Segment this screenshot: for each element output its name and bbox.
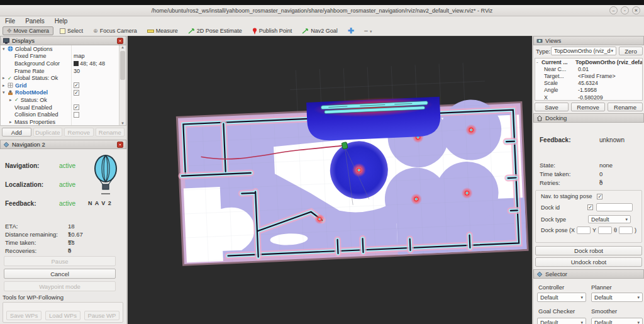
tree-row-visual-enabled[interactable]: Visual Enabled ✓ [1, 104, 126, 111]
window-titlebar[interactable]: /home/ubuntu/ros2_ws/install/yahboom_ros… [0, 5, 644, 16]
views-value[interactable]: <Fixed Frame> [578, 73, 616, 79]
maximize-icon[interactable]: ▫ [621, 6, 629, 14]
displays-scrollbar[interactable] [119, 45, 126, 125]
collapse-icon[interactable]: - [536, 59, 541, 65]
views-row-angle[interactable]: Angle -1.5958 [535, 87, 642, 94]
views-panel-header[interactable]: Views [533, 36, 644, 45]
add-tool-button[interactable]: ✚ [344, 26, 358, 35]
tree-value[interactable]: 30 [74, 68, 80, 74]
views-tree[interactable]: - Current ... TopDownOrtho (rviz_defaul … [535, 58, 643, 101]
waypoint-mode-button[interactable]: Waypoint mode [4, 281, 116, 291]
dock-robot-button[interactable]: Dock robot [535, 246, 642, 255]
tree-row-mass-properties[interactable]: Mass Properties [1, 118, 126, 126]
views-value[interactable]: -0.580209 [578, 94, 603, 101]
chevron-down-icon[interactable] [3, 47, 8, 52]
tree-row-collision-enabled[interactable]: Collision Enabled [1, 111, 126, 118]
nav-staging-checkbox[interactable]: ✓ [597, 194, 602, 199]
dock-pose-y-input[interactable] [598, 226, 612, 234]
minimize-icon[interactable]: – [609, 6, 618, 14]
grid-checkbox[interactable]: ✓ [74, 82, 79, 88]
left-splitter[interactable] [126, 36, 128, 324]
menu-file[interactable]: File [0, 18, 20, 25]
chevron-right-icon[interactable] [9, 120, 14, 125]
dock-pose-y-label: Y [592, 227, 596, 233]
close-icon[interactable] [117, 38, 123, 44]
focus-camera-button[interactable]: ⊕ Focus Camera [89, 26, 141, 35]
tree-row-robotmodel[interactable]: RobotModel ✓ [1, 89, 126, 97]
view-rename-button[interactable]: Rename [608, 103, 643, 111]
tree-row-global-status[interactable]: ✓ Global Status: Ok [1, 74, 126, 82]
close-icon[interactable]: ✕ [632, 6, 640, 14]
pause-wp-button[interactable]: Pause WP [84, 311, 119, 320]
views-value[interactable]: 45.6324 [578, 80, 598, 86]
displays-tree[interactable]: Global Options Fixed Frame map Backgroun… [0, 45, 126, 126]
pause-button[interactable]: Pause [4, 256, 116, 266]
monitor-icon [3, 38, 9, 44]
pose-estimate-button[interactable]: 2D Pose Estimate [184, 26, 246, 35]
robotmodel-checkbox[interactable]: ✓ [74, 90, 79, 96]
check-icon: ✓ [8, 75, 12, 81]
stat-label: Distance remaining: [5, 231, 58, 238]
tree-row-frame-rate[interactable]: Frame Rate 30 [1, 67, 126, 75]
smoother-select[interactable]: Default [591, 318, 643, 324]
scroll-up-icon[interactable] [121, 45, 125, 49]
chevron-right-icon[interactable] [9, 98, 14, 103]
navigation2-panel-header[interactable]: Navigation 2 [0, 140, 126, 149]
chevron-down-icon[interactable] [3, 90, 8, 95]
dock-id-checkbox[interactable]: ✓ [587, 204, 593, 210]
tree-row-fixed-frame[interactable]: Fixed Frame map [1, 53, 126, 60]
tree-row-grid[interactable]: Grid ✓ [1, 82, 126, 89]
save-wps-button[interactable]: Save WPs [6, 311, 42, 320]
docking-panel-header[interactable]: Docking [533, 113, 644, 123]
view-type-select[interactable]: TopDownOrtho (rviz_def [551, 47, 616, 55]
dock-id-input[interactable] [596, 203, 633, 211]
zero-button[interactable]: Zero [619, 47, 643, 55]
dock-type-select[interactable]: Default [588, 215, 631, 223]
collision-enabled-checkbox[interactable] [74, 112, 79, 118]
view-save-button[interactable]: Save [535, 103, 569, 111]
undock-robot-button[interactable]: Undock robot [535, 257, 642, 267]
right-splitter[interactable] [532, 36, 533, 324]
tree-value[interactable]: 48; 48; 48 [74, 60, 105, 67]
close-icon[interactable] [117, 142, 123, 148]
chevron-right-icon[interactable] [3, 83, 8, 88]
tree-label: Collision Enabled [14, 111, 58, 118]
add-button[interactable]: Add [2, 128, 31, 137]
view-remove-button[interactable]: Remove [571, 103, 605, 111]
goal-checker-select[interactable]: Default [537, 318, 586, 324]
tree-row-status-ok[interactable]: ✓ Status: Ok [1, 96, 126, 104]
selector-panel-header[interactable]: Selector [533, 269, 644, 279]
dock-pose-theta-input[interactable] [619, 226, 633, 234]
cancel-button[interactable]: Cancel [4, 269, 116, 279]
views-row-nearclip[interactable]: Near C... 0.01 [535, 65, 642, 72]
views-row-scale[interactable]: Scale 45.6324 [535, 80, 642, 87]
controller-select[interactable]: Default [537, 293, 586, 302]
views-row-targetframe[interactable]: Target... <Fixed Frame> [535, 72, 642, 79]
displays-panel-header[interactable]: Displays [0, 36, 126, 45]
views-value[interactable]: -1.5958 [578, 87, 597, 93]
tree-row-background-color[interactable]: Background Color 48; 48; 48 [1, 60, 126, 67]
tree-value[interactable]: map [74, 53, 85, 59]
nav2-goal-button[interactable]: Nav2 Goal [298, 26, 341, 35]
duplicate-button[interactable]: Duplicate [33, 128, 63, 137]
scrollbar-thumb[interactable] [120, 51, 125, 80]
planner-select[interactable]: Default [591, 293, 643, 302]
rename-button[interactable]: Rename [96, 128, 125, 137]
move-camera-button[interactable]: ✥ Move Camera [3, 26, 53, 35]
views-row-x[interactable]: X -0.580209 [535, 94, 642, 101]
dock-pose-x-input[interactable] [577, 226, 591, 234]
chevron-right-icon[interactable] [3, 75, 8, 81]
menu-panels[interactable]: Panels [20, 18, 50, 25]
render-viewport[interactable] [128, 36, 532, 324]
views-row-current[interactable]: - Current ... TopDownOrtho (rviz_defaul [535, 59, 642, 65]
measure-button[interactable]: Measure [143, 26, 182, 35]
load-wps-button[interactable]: Load WPs [45, 311, 80, 320]
views-value[interactable]: 0.01 [578, 66, 589, 72]
remove-button[interactable]: Remove [64, 128, 94, 137]
remove-tool-button[interactable]: − [360, 26, 375, 35]
visual-enabled-checkbox[interactable]: ✓ [74, 104, 79, 110]
menu-help[interactable]: Help [50, 18, 73, 25]
select-button[interactable]: Select [56, 26, 87, 35]
publish-point-button[interactable]: Publish Point [248, 26, 296, 35]
tree-row-global-options[interactable]: Global Options [1, 45, 126, 53]
